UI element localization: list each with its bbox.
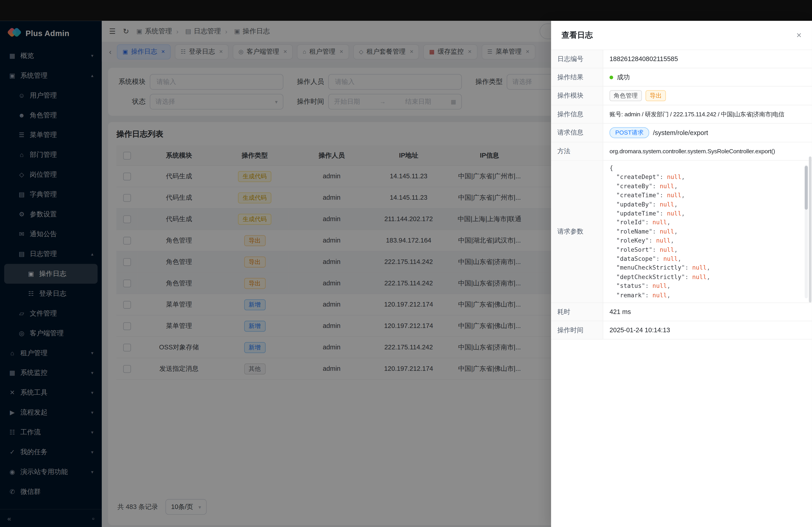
post-method-tag: POST请求 [609,127,649,138]
code-open-brace: { [609,164,804,173]
detail-row-result: 操作结果 成功 [551,68,812,87]
detail-row-duration: 耗时 421 ms [551,303,812,321]
log-id-value: 1882612840802115585 [603,50,812,68]
drawer-scrollbar-thumb[interactable] [809,156,812,302]
code-line: menuCheckStrictlynull [609,264,804,272]
code-line: createDeptnull [609,173,804,182]
view-log-drawer: 查看日志 × 日志编号 1882612840802115585 操作结果 成功 … [551,21,812,527]
operation-time-value: 2025-01-24 10:14:13 [603,321,812,339]
detail-row-info: 操作信息 账号: admin / 研发部门 / 222.175.114.242 … [551,105,812,123]
operation-tag: 导出 [646,90,666,101]
detail-row-request: 请求信息 POST请求 /system/role/export [551,123,812,142]
drawer-body: 日志编号 1882612840802115585 操作结果 成功 操作模块 角色… [551,49,812,527]
code-line: updateTimenull [609,209,804,218]
detail-row-log-id: 日志编号 1882612840802115585 [551,50,812,68]
request-params-code[interactable]: { createDeptnull createBynull createTime… [609,164,804,299]
code-line: createBynull [609,182,804,191]
close-icon[interactable]: × [796,31,802,40]
screen: Plus Admin ▦ 概览 ▾ ▣ 系统管理 ▴ [0,0,812,527]
operation-info-value: 账号: admin / 研发部门 / 222.175.114.242 / 中国|… [603,105,812,123]
result-value: 成功 [617,73,630,81]
code-line: statusnull [609,282,804,291]
code-line: updateBynull [609,200,804,209]
detail-row-time: 操作时间 2025-01-24 10:14:13 [551,321,812,340]
code-line: deptCheckStrictlynull [609,273,804,282]
duration-value: 421 ms [603,303,812,321]
success-status-dot [609,75,613,79]
code-lines: createDeptnull createBynull createTimenu… [609,173,804,299]
code-line: roleSortnull [609,245,804,255]
drawer-header: 查看日志 × [551,21,812,49]
code-line: createTimenull [609,191,804,200]
request-url: /system/role/export [653,129,708,136]
detail-row-method: 方法 org.dromara.system.controller.system.… [551,142,812,161]
code-line: dataScopenull [609,255,804,264]
code-scrollbar-thumb[interactable] [805,166,808,210]
code-line: remarknull [609,291,804,299]
detail-row-params: 请求参数 { createDeptnull createBynull creat… [551,161,812,303]
method-value: org.dromara.system.controller.system.Sys… [603,142,812,160]
code-line: roleKeynull [609,237,804,245]
code-line: roleNamenull [609,227,804,236]
detail-row-module: 操作模块 角色管理 导出 [551,87,812,105]
code-line: roleIdnull [609,218,804,227]
log-detail-table: 日志编号 1882612840802115585 操作结果 成功 操作模块 角色… [551,49,812,340]
module-tag: 角色管理 [609,90,642,101]
drawer-title: 查看日志 [562,30,593,40]
code-scrollbar-track [805,165,808,298]
